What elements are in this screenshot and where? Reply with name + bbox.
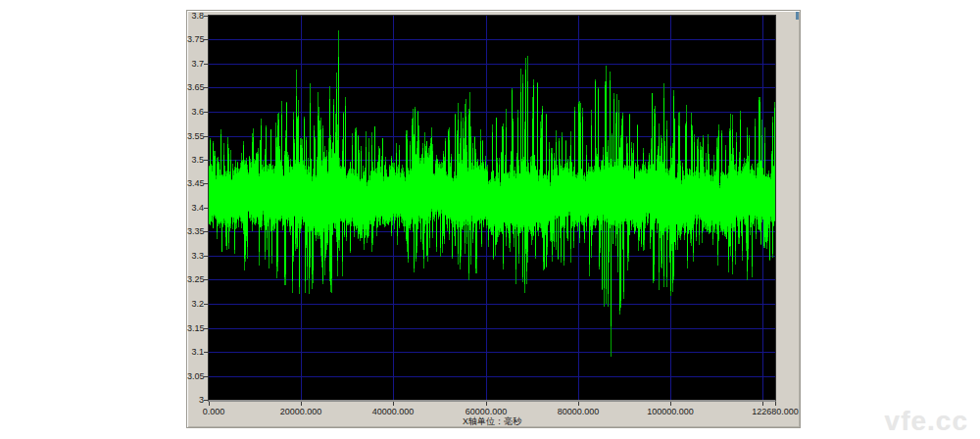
x-tick-mark — [393, 402, 394, 406]
y-tick-label: 3.25 — [187, 274, 204, 284]
y-tick-label: 3.55 — [187, 131, 204, 141]
y-tick-label: 3.15 — [187, 323, 204, 333]
x-tick-label: 40000.000 — [372, 407, 415, 416]
x-tick-label: 0.000 — [203, 407, 225, 416]
y-tick-label: 3.75 — [187, 34, 204, 44]
y-tick-label: 3.05 — [187, 371, 204, 381]
x-tick-mark — [578, 402, 579, 406]
y-tick-label: 3.3 — [187, 251, 204, 261]
x-tick-mark — [209, 402, 210, 406]
y-tick-label: 3.2 — [187, 299, 204, 309]
x-tick-mark — [301, 402, 302, 406]
x-tick-label: 20000.000 — [280, 407, 322, 416]
y-tick-label: 3.7 — [187, 59, 204, 69]
y-tick-label: 3.4 — [187, 203, 204, 213]
y-tick-label: 3 — [187, 395, 204, 405]
x-axis-unit-label: X轴单位：毫秒 — [463, 416, 521, 426]
corner-handle-mark — [796, 12, 799, 20]
x-tick-mark — [670, 402, 671, 406]
screenshot-stage: 33.053.13.153.23.253.33.353.43.453.53.55… — [0, 0, 980, 439]
x-tick-label: 100000.000 — [647, 407, 694, 416]
y-tick-label: 3.1 — [187, 347, 204, 357]
y-tick-label: 3.8 — [187, 11, 204, 21]
y-tick-label: 3.45 — [187, 178, 204, 188]
y-tick-label: 3.5 — [187, 155, 204, 165]
x-tick-label: 60000.000 — [466, 407, 508, 416]
x-tick-label: 122680.000 — [752, 407, 799, 416]
x-tick-mark — [486, 402, 487, 406]
y-tick-label: 3.65 — [187, 82, 204, 92]
x-tick-mark — [762, 402, 763, 406]
waveform-panel: 33.053.13.153.23.253.33.353.43.453.53.55… — [186, 10, 801, 428]
watermark-text: vfe.cc — [885, 406, 968, 437]
y-tick-label: 3.6 — [187, 107, 204, 117]
y-tick-label: 3.35 — [187, 226, 204, 236]
x-tick-label: 80000.000 — [558, 407, 600, 416]
plot-area — [208, 15, 776, 402]
x-tick-mark — [775, 402, 776, 406]
waveform-canvas — [209, 16, 775, 400]
